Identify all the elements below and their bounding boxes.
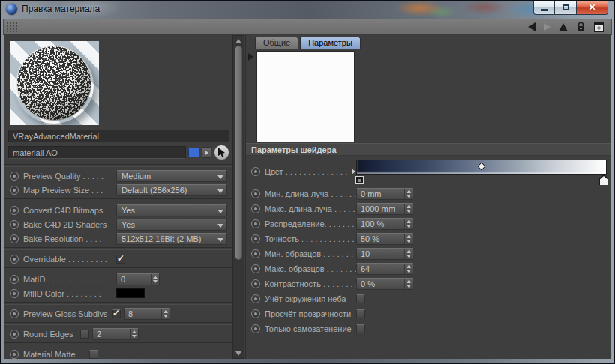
bake-shaders-dropdown[interactable]: Yes: [116, 219, 227, 231]
shader-name-field[interactable]: materiali AO: [8, 146, 186, 159]
spinner-up-icon[interactable]: [406, 235, 411, 238]
close-button[interactable]: ✕: [577, 1, 608, 15]
tab-general[interactable]: Общие: [255, 37, 298, 49]
gloss-subdivs-spinner[interactable]: 8: [124, 308, 170, 320]
anim-dot-icon[interactable]: [10, 275, 19, 284]
anim-dot-icon[interactable]: [251, 279, 260, 288]
add-box-icon[interactable]: [594, 22, 604, 32]
forward-icon[interactable]: [544, 23, 550, 31]
overridable-checkbox[interactable]: [116, 255, 125, 264]
accuracy-spinner[interactable]: 50 %: [356, 233, 413, 245]
distribution-spinner[interactable]: 100 %: [356, 218, 413, 230]
anim-dot-icon[interactable]: [10, 220, 19, 229]
contrast-spinner[interactable]: 0 %: [356, 278, 413, 290]
anim-dot-icon[interactable]: [251, 249, 260, 258]
spinner-up-icon[interactable]: [406, 220, 411, 223]
spinner-up-icon[interactable]: [406, 280, 411, 283]
row-label: Цвет . . . . . . . . . . . . . .: [265, 167, 349, 176]
expand-arrow-icon[interactable]: [352, 169, 356, 175]
left-panel-scrollbar[interactable]: [232, 35, 244, 359]
anim-dot-icon[interactable]: [251, 309, 260, 318]
anim-dot-icon[interactable]: [251, 204, 260, 213]
anim-dot-icon[interactable]: [10, 206, 19, 215]
back-icon[interactable]: [528, 22, 536, 31]
matid-spinner[interactable]: 0: [116, 273, 160, 285]
anim-dot-icon[interactable]: [10, 186, 19, 195]
anim-dot-icon[interactable]: [10, 289, 19, 298]
spinner-up-icon[interactable]: [406, 265, 411, 268]
up-icon[interactable]: [559, 23, 568, 31]
self-shadow-checkbox[interactable]: [356, 324, 365, 333]
anim-dot-icon[interactable]: [251, 167, 260, 176]
anim-dot-icon[interactable]: [251, 324, 260, 333]
spinner-down-icon[interactable]: [132, 335, 136, 338]
max-ray-spinner[interactable]: 1000 mm: [356, 203, 413, 215]
spinner-up-icon[interactable]: [132, 330, 136, 333]
anim-dot-icon[interactable]: [10, 330, 19, 339]
round-edges-spinner[interactable]: 2: [92, 328, 139, 340]
material-preview[interactable]: [10, 41, 99, 125]
gloss-subdivs-checkbox[interactable]: [112, 309, 121, 318]
anim-dot-icon[interactable]: [251, 219, 260, 228]
scroll-down-icon[interactable]: [234, 349, 243, 357]
maximize-button[interactable]: [555, 1, 577, 15]
separator: [4, 267, 232, 270]
lock-icon[interactable]: [576, 22, 586, 32]
min-ray-spinner[interactable]: 0 mm: [356, 188, 413, 200]
spinner-down-icon[interactable]: [406, 225, 411, 228]
spinner-down-icon[interactable]: [406, 255, 411, 258]
bake-resolution-dropdown[interactable]: 512x512 16Bit (2 MB): [116, 233, 227, 245]
titlebar[interactable]: Правка материала ✕: [1, 1, 614, 19]
scrollbar-thumb[interactable]: [235, 46, 242, 260]
shader-preview-image[interactable]: [256, 51, 355, 142]
spinner-up-icon[interactable]: [406, 205, 411, 208]
material-name-field[interactable]: VRayAdvancedMaterial: [8, 130, 230, 142]
pick-shader-button[interactable]: [214, 145, 230, 160]
anim-dot-icon[interactable]: [10, 309, 19, 318]
spinner-down-icon[interactable]: [406, 195, 411, 198]
anim-dot-icon[interactable]: [251, 234, 260, 243]
spinner-down-icon[interactable]: [164, 315, 168, 318]
material-matte-checkbox[interactable]: [89, 350, 98, 359]
convert-bitmaps-dropdown[interactable]: Yes: [116, 204, 227, 216]
tab-parameters[interactable]: Параметры: [300, 37, 361, 49]
separator: [4, 198, 232, 201]
transparency-checkbox[interactable]: [356, 309, 365, 318]
anim-dot-icon[interactable]: [251, 294, 260, 303]
anim-dot-icon[interactable]: [251, 264, 260, 273]
gradient-knot-left[interactable]: [356, 176, 364, 184]
row-min-samples: Мин. образцов . . . . . . . 10: [246, 246, 611, 261]
spinner-down-icon[interactable]: [153, 280, 158, 283]
gradient-knot-right[interactable]: [599, 175, 608, 185]
spinner-up-icon[interactable]: [406, 250, 411, 253]
spinner-value: 1000 mm: [357, 204, 404, 214]
spinner-up-icon[interactable]: [153, 276, 158, 279]
shader-color-swatch[interactable]: [188, 148, 200, 157]
anim-dot-icon[interactable]: [10, 255, 19, 264]
row-min-ray-length: Мин. длина луча . . . . . . 0 mm: [246, 186, 611, 201]
scroll-up-icon[interactable]: [234, 37, 243, 45]
gradient-widget[interactable]: [356, 158, 607, 185]
min-samples-spinner[interactable]: 10: [356, 248, 413, 260]
round-edges-checkbox[interactable]: [80, 330, 89, 339]
anim-dot-icon[interactable]: [10, 234, 19, 243]
map-preview-size-dropdown[interactable]: Default (256x256): [116, 184, 227, 196]
shader-popup-button[interactable]: [202, 147, 212, 158]
anim-dot-icon[interactable]: [10, 172, 19, 181]
toolbar-grip[interactable]: [6, 22, 18, 32]
row-contrast: Контрастность . . . . . . . . 0 %: [246, 276, 611, 291]
minimize-button[interactable]: [533, 1, 555, 15]
spinner-down-icon[interactable]: [406, 240, 411, 243]
anim-dot-icon[interactable]: [251, 189, 260, 198]
spinner-down-icon[interactable]: [406, 270, 411, 273]
mtlid-color-swatch[interactable]: [116, 288, 145, 298]
max-samples-spinner[interactable]: 64: [356, 263, 413, 275]
spinner-up-icon[interactable]: [406, 190, 411, 193]
preview-quality-dropdown[interactable]: Medium: [116, 170, 227, 182]
spinner-down-icon[interactable]: [406, 210, 411, 213]
sky-environment-checkbox[interactable]: [356, 294, 365, 303]
spinner-down-icon[interactable]: [406, 285, 411, 288]
spinner-up-icon[interactable]: [164, 310, 168, 313]
anim-dot-icon[interactable]: [10, 350, 19, 359]
preview-expander-icon[interactable]: [248, 53, 254, 61]
